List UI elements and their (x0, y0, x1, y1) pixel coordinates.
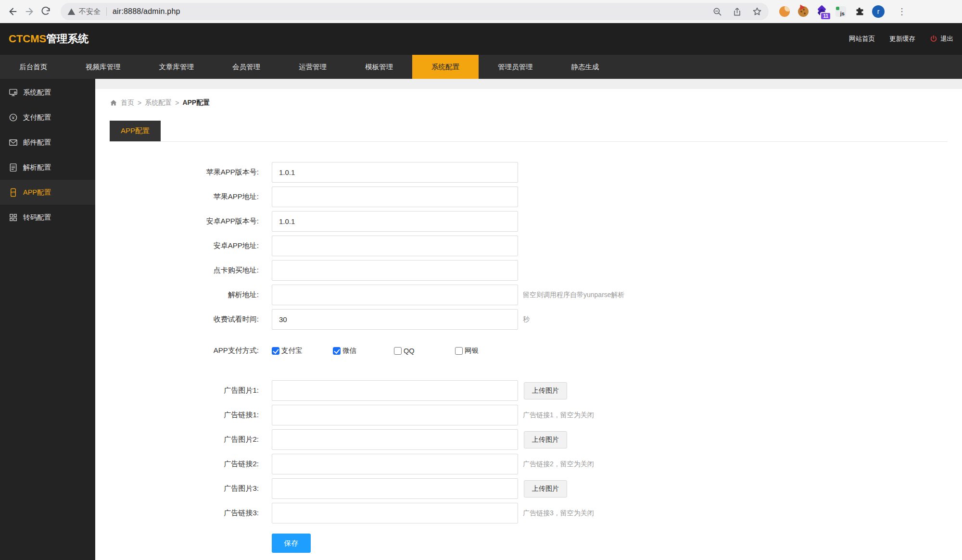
nav-tab-operations[interactable]: 运营管理 (279, 55, 346, 79)
sidebar-item-app-config[interactable]: APP APP配置 (0, 180, 95, 205)
share-icon[interactable] (733, 7, 742, 16)
parse-url-input[interactable] (272, 285, 518, 305)
form-row: 收费试看时间: 秒 (110, 309, 948, 330)
profile-avatar[interactable]: r (872, 5, 885, 18)
payment-icon: ¥ (8, 112, 18, 122)
payment-methods-row: APP支付方式: 支付宝 微信 QQ (110, 340, 948, 361)
warning-triangle-icon (67, 8, 76, 16)
app-config-form: 苹果APP版本号: 苹果APP地址: 安卓APP版本号: 安卓APP地址: (110, 162, 948, 553)
ad-image-2-input[interactable] (272, 429, 518, 450)
extensions-strip: 11 js r ⋮ (778, 5, 906, 18)
ios-app-version-input[interactable] (272, 162, 518, 183)
payment-option-netbank[interactable]: 网银 (455, 346, 516, 355)
form-row: 广告图片3: 上传图片 (110, 478, 948, 499)
refresh-cache-link[interactable]: 更新缓存 (889, 35, 915, 43)
extension-js-icon[interactable]: js (835, 5, 847, 18)
extension-badge: 11 (820, 12, 831, 20)
form-row: 点卡购买地址: (110, 260, 948, 281)
payment-option-alipay[interactable]: 支付宝 (272, 346, 333, 355)
form-row: 安卓APP地址: (110, 236, 948, 256)
browser-forward-icon[interactable] (21, 3, 38, 20)
logo-brand: CTCMS (9, 33, 46, 45)
ios-app-url-input[interactable] (272, 187, 518, 207)
nav-tab-members[interactable]: 会员管理 (213, 55, 279, 79)
payment-option-wechat[interactable]: 微信 (333, 346, 394, 355)
ad-link-2-input[interactable] (272, 454, 518, 474)
trial-time-input[interactable] (272, 309, 518, 330)
parse-doc-icon (8, 162, 18, 172)
sidebar-item-label: 邮件配置 (23, 138, 51, 147)
address-bar[interactable]: 不安全 air:8888/admin.php (61, 3, 769, 20)
content-tabbar: APP配置 (110, 121, 948, 142)
ad-link-1-input[interactable] (272, 405, 518, 425)
field-label: 解析地址: (110, 290, 259, 299)
ad-link-3-input[interactable] (272, 503, 518, 523)
upload-image-button[interactable]: 上传图片 (524, 480, 567, 498)
app-logo: CTCMS管理系统 (9, 32, 89, 46)
extensions-puzzle-icon[interactable] (853, 5, 866, 18)
wechat-checkbox[interactable] (333, 347, 341, 355)
sidebar-item-label: 转码配置 (23, 213, 51, 222)
nav-tab-article-library[interactable]: 文章库管理 (140, 55, 214, 79)
security-warning[interactable]: 不安全 (67, 7, 101, 16)
upload-image-button[interactable]: 上传图片 (524, 431, 567, 448)
sidebar: 系统配置 ¥ 支付配置 邮件配置 解析配置 (0, 79, 95, 560)
android-app-version-input[interactable] (272, 211, 518, 232)
tab-app-config[interactable]: APP配置 (110, 121, 161, 141)
sidebar-item-system-config[interactable]: 系统配置 (0, 80, 95, 105)
site-home-link[interactable]: 网站首页 (849, 35, 875, 43)
bookmark-star-icon[interactable] (752, 7, 762, 16)
form-row: 广告链接1: 广告链接1，留空为关闭 (110, 405, 948, 425)
field-label: APP支付方式: (110, 346, 259, 355)
nav-tab-system-config[interactable]: 系统配置 (412, 55, 479, 79)
ad-image-1-input[interactable] (272, 380, 518, 401)
sidebar-item-payment-config[interactable]: ¥ 支付配置 (0, 105, 95, 130)
zoom-out-icon[interactable] (713, 7, 722, 16)
main-nav: 后台首页 视频库管理 文章库管理 会员管理 运营管理 模板管理 系统配置 管理员… (0, 55, 962, 79)
svg-text:¥: ¥ (11, 114, 14, 120)
nav-tab-templates[interactable]: 模板管理 (346, 55, 412, 79)
browser-reload-icon[interactable] (38, 3, 54, 20)
sidebar-item-transcode-config[interactable]: 转码配置 (0, 205, 95, 230)
nav-tab-video-library[interactable]: 视频库管理 (66, 55, 140, 79)
breadcrumb-separator: > (138, 99, 141, 107)
field-label: 收费试看时间: (110, 315, 259, 324)
nav-tab-dashboard[interactable]: 后台首页 (0, 55, 66, 79)
field-hint: 广告链接2，留空为关闭 (523, 460, 594, 469)
payment-option-qq[interactable]: QQ (394, 347, 455, 355)
card-purchase-url-input[interactable] (272, 260, 518, 281)
breadcrumb-system-config[interactable]: 系统配置 (145, 99, 172, 107)
field-unit: 秒 (523, 315, 530, 324)
extension-pie-icon[interactable] (778, 5, 791, 18)
sidebar-item-mail-config[interactable]: 邮件配置 (0, 130, 95, 155)
nav-tab-static-generation[interactable]: 静态生成 (552, 55, 619, 79)
mail-icon (8, 137, 18, 147)
breadcrumb-home[interactable]: 首页 (121, 99, 134, 107)
qq-checkbox[interactable] (394, 347, 402, 355)
breadcrumb: 首页 > 系统配置 > APP配置 (110, 99, 948, 107)
android-app-url-input[interactable] (272, 236, 518, 256)
sidebar-item-label: 系统配置 (23, 88, 51, 97)
sidebar-item-parse-config[interactable]: 解析配置 (0, 155, 95, 180)
field-label: 广告图片1: (110, 386, 259, 395)
field-label: 广告图片2: (110, 435, 259, 444)
transcode-grid-icon (8, 212, 18, 222)
breadcrumb-separator: > (175, 99, 179, 107)
browser-menu-icon[interactable]: ⋮ (898, 9, 906, 14)
save-button[interactable]: 保存 (272, 534, 311, 553)
form-row: 广告链接2: 广告链接2，留空为关闭 (110, 454, 948, 474)
nav-tab-admins[interactable]: 管理员管理 (479, 55, 552, 79)
field-hint: 广告链接3，留空为关闭 (523, 509, 594, 518)
ad-image-3-input[interactable] (272, 478, 518, 499)
alipay-checkbox[interactable] (272, 347, 279, 355)
upload-image-button[interactable]: 上传图片 (524, 382, 567, 399)
omnibox-divider (106, 7, 107, 16)
field-label: 安卓APP版本号: (110, 217, 259, 226)
extension-cookie-icon[interactable] (797, 5, 810, 18)
ad-settings-group: 广告图片1: 上传图片 广告链接1: 广告链接1，留空为关闭 广告图片2: (110, 380, 948, 523)
extension-bookmark-stack-icon[interactable]: 11 (816, 5, 828, 18)
url-text[interactable]: air:8888/admin.php (113, 7, 180, 16)
netbank-checkbox[interactable] (455, 347, 463, 355)
logout-link[interactable]: 退出 (930, 35, 953, 43)
browser-back-icon[interactable] (5, 3, 21, 20)
